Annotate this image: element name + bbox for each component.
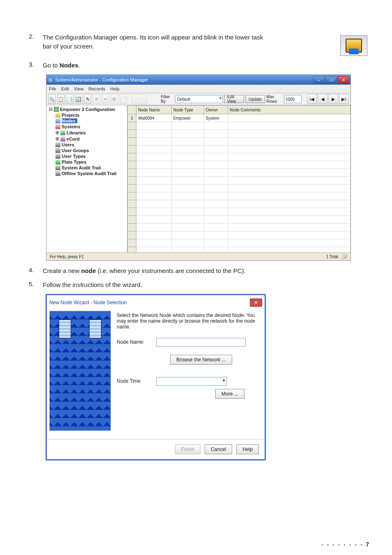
- status-left: For Help, press F1: [50, 254, 84, 259]
- help-button[interactable]: Help: [236, 444, 259, 454]
- col-nodetype[interactable]: Node Type: [171, 106, 204, 114]
- wizard-close-button[interactable]: ✕: [250, 298, 262, 307]
- col-owner[interactable]: Owner: [204, 106, 228, 114]
- tree-ecord[interactable]: ⊞eCord: [47, 136, 126, 142]
- step-3-number: 3.: [29, 61, 43, 70]
- tree-libraries[interactable]: ⊞Libraries: [47, 130, 126, 136]
- tree-offlineaudit[interactable]: Offline System Audit Trail: [47, 171, 126, 176]
- cancel-button[interactable]: Cancel: [205, 444, 232, 454]
- toolbar-btn-paste[interactable]: 📄: [120, 94, 127, 104]
- nav-first-button[interactable]: I◀: [307, 94, 317, 104]
- table-row: [128, 208, 350, 216]
- step-3-text: Go to Nodes.: [43, 61, 371, 70]
- table-row: [128, 138, 350, 146]
- toolbar-toggle[interactable]: [132, 94, 147, 104]
- minimize-button[interactable]: ‒: [313, 76, 325, 83]
- toolbar-btn-5[interactable]: ✎: [84, 94, 92, 104]
- tree-users[interactable]: Users: [47, 142, 126, 148]
- menu-file[interactable]: File: [49, 86, 56, 91]
- nav-next-button[interactable]: ▶: [328, 94, 338, 104]
- table-row: [128, 192, 350, 200]
- table-row: [128, 200, 350, 208]
- tree-usergroups[interactable]: User Groups: [47, 148, 126, 153]
- tree-nodes[interactable]: Nodes: [47, 118, 126, 124]
- config-manager-screenshot: System/Administrator - Configuration Man…: [46, 74, 351, 261]
- table-row: [128, 161, 350, 169]
- table-row: [128, 247, 350, 253]
- config-tree: ⊟Empower 3 Configuration Projects Nodes …: [46, 105, 127, 252]
- tree-usertypes[interactable]: User Types: [47, 153, 126, 159]
- node-time-label: Node Time: [117, 378, 156, 384]
- nodes-table: Node Name Node Type Owner Node Comments …: [127, 105, 350, 252]
- window-title: System/Administrator - Configuration Man…: [55, 77, 148, 82]
- toolbar-btn-4[interactable]: 🔄: [75, 94, 83, 104]
- col-nodename[interactable]: Node Name: [136, 106, 172, 114]
- toolbar-btn-1[interactable]: 🔍: [48, 94, 56, 104]
- node-name-label: Node Name:: [117, 339, 156, 345]
- finish-button: Finish: [175, 444, 201, 454]
- wizard-description: Select the Network Node which contains t…: [117, 312, 259, 330]
- table-row: [128, 224, 350, 231]
- node-name-input[interactable]: [156, 338, 246, 347]
- toolbar-btn-cut[interactable]: ✂: [101, 94, 109, 104]
- table-row[interactable]: 1 Wat0094 Empower System: [128, 114, 350, 122]
- step-2-number: 2.: [29, 33, 43, 51]
- table-row: [128, 239, 350, 247]
- table-row: [128, 122, 350, 130]
- toolbar-btn-3[interactable]: 📑: [66, 94, 74, 104]
- col-rownum[interactable]: [128, 106, 136, 114]
- step-2-text: The Configuration Manager opens. Its ico…: [43, 33, 273, 51]
- table-row: [128, 169, 350, 177]
- app-icon: [48, 77, 53, 83]
- update-button[interactable]: Update: [245, 95, 265, 103]
- menu-edit[interactable]: Edit: [61, 86, 69, 91]
- table-row: [128, 185, 350, 192]
- toolbar: 🔍 📋 📑 🔄 ✎ ✕ ✂ ⧉ 📄 Filter By: Default Edi…: [46, 93, 350, 105]
- filter-select[interactable]: Default: [175, 95, 223, 103]
- table-row: [128, 146, 350, 153]
- toolbar-btn-6[interactable]: ✕: [92, 94, 100, 104]
- table-row: [128, 130, 350, 138]
- more-button[interactable]: More ...: [215, 389, 244, 399]
- step-5-number: 5.: [29, 280, 43, 289]
- step-5-text: Follow the instructions of the wizard.: [43, 280, 371, 289]
- status-bar: For Help, press F1 1 Total: [46, 252, 350, 260]
- tree-systems[interactable]: Systems: [47, 124, 126, 130]
- menu-records[interactable]: Records: [88, 86, 105, 91]
- edit-view-button[interactable]: Edit View: [224, 95, 244, 103]
- nav-last-button[interactable]: ▶I: [339, 94, 349, 104]
- table-row: [128, 216, 350, 224]
- resize-grip-icon[interactable]: [342, 254, 347, 259]
- tree-root[interactable]: ⊟Empower 3 Configuration: [47, 106, 126, 112]
- table-row: [128, 231, 350, 239]
- close-button[interactable]: ✕: [338, 76, 349, 83]
- wizard-title: New Node Wizard - Node Selection: [49, 300, 127, 305]
- step-4-text: Create a new node (i.e. where your instr…: [43, 266, 371, 275]
- browse-network-button[interactable]: Browse the Network ...: [170, 355, 232, 365]
- window-titlebar: System/Administrator - Configuration Man…: [46, 75, 350, 85]
- filter-label: Filter By:: [161, 95, 174, 104]
- toolbar-btn-copy[interactable]: ⧉: [111, 94, 118, 104]
- taskbar-blink-icon: [340, 35, 367, 56]
- menu-help[interactable]: Help: [110, 86, 120, 91]
- maxrows-input[interactable]: 1000: [284, 95, 302, 103]
- maxrows-label: Max Rows:: [266, 95, 283, 104]
- nav-prev-button[interactable]: ◀: [318, 94, 327, 104]
- table-row: [128, 153, 350, 161]
- toolbar-btn-2[interactable]: 📋: [57, 94, 65, 104]
- maximize-button[interactable]: ▭: [325, 76, 337, 83]
- node-time-select[interactable]: [156, 377, 227, 386]
- col-comments[interactable]: Node Comments: [228, 106, 350, 114]
- tree-audit[interactable]: System Audit Trail: [47, 165, 126, 171]
- tree-projects[interactable]: Projects: [47, 112, 126, 118]
- tree-platetypes[interactable]: Plate Types: [47, 159, 126, 165]
- menu-bar: File Edit View Records Help: [46, 85, 350, 93]
- menu-view[interactable]: View: [74, 86, 84, 91]
- step-4-number: 4.: [29, 266, 43, 275]
- table-row: [128, 177, 350, 185]
- page-footer: ▪ ▪ ▪ ▪ ▪ ▪ ▪ ▪7: [321, 541, 369, 548]
- status-right: 1 Total: [326, 254, 338, 259]
- new-node-wizard-screenshot: New Node Wizard - Node Selection ✕ Selec…: [46, 294, 265, 460]
- wizard-banner-image: [49, 311, 111, 431]
